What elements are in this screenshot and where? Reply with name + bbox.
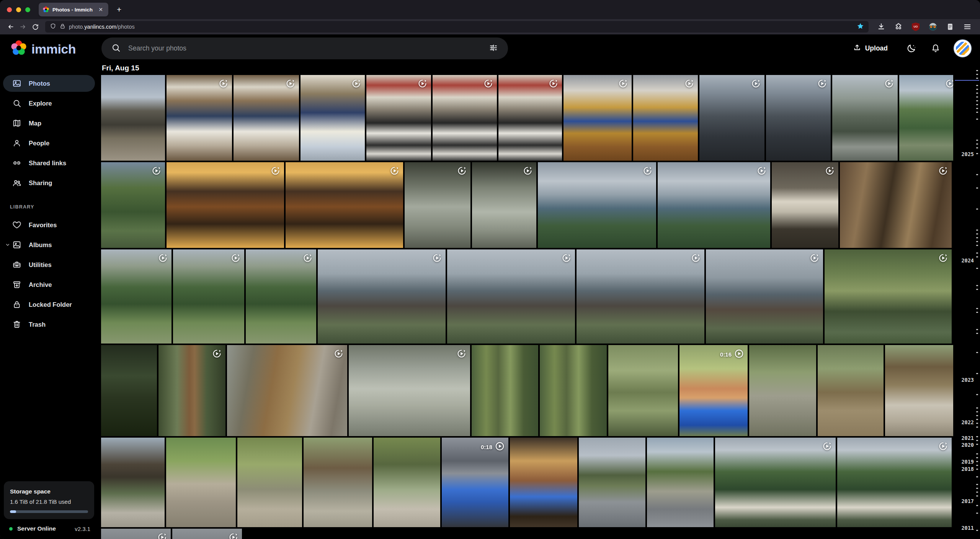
scrubber-year-label[interactable]: 2018 <box>961 466 974 472</box>
scrubber-year-label[interactable]: 2020 <box>961 442 974 448</box>
photo-wooden-gate[interactable] <box>304 438 372 527</box>
photo-jizo-closeup[interactable] <box>472 162 536 248</box>
scrubber-year-label[interactable]: 2023 <box>961 377 974 383</box>
download-icon[interactable] <box>876 22 886 32</box>
photo-stone-monuments[interactable] <box>349 345 470 436</box>
sidebar-item-utilities[interactable]: Utilities <box>3 256 95 273</box>
photo-valley-clouds[interactable] <box>538 162 656 248</box>
photo-soba-meal[interactable] <box>286 162 403 248</box>
privacy-mask-icon[interactable] <box>928 22 938 32</box>
photo-green-riverbank[interactable] <box>101 162 165 248</box>
scrubber-year-label[interactable]: 2024 <box>961 257 974 264</box>
photo-shopping-street[interactable] <box>498 75 562 161</box>
chevron-down-icon[interactable] <box>5 242 10 248</box>
scrubber-year-label[interactable]: 2019 <box>961 459 974 465</box>
scrubber-year-label[interactable]: 2017 <box>961 498 974 504</box>
photo-porcelain-shop[interactable] <box>234 75 299 161</box>
photo-mossy-rock[interactable] <box>608 345 678 436</box>
url-bar[interactable]: photo.yanlincs.com/photos <box>45 21 869 33</box>
photo-porcelain-display[interactable] <box>301 75 365 161</box>
photo-tree-path[interactable] <box>237 438 302 527</box>
photo-forest-torii[interactable] <box>158 345 225 436</box>
photo-stone-path[interactable] <box>749 345 816 436</box>
sidebar-item-people[interactable]: People <box>3 135 95 151</box>
photo-soba-meal[interactable] <box>167 162 284 248</box>
photo-river-valley[interactable] <box>899 75 953 161</box>
photo-cliff-temple[interactable] <box>577 249 704 344</box>
menu-hamburger-icon[interactable] <box>962 22 972 32</box>
photo-jizo-statues[interactable] <box>405 162 470 248</box>
timeline-scrubber[interactable]: 2025202420232022202120202019201820172011 <box>953 62 980 539</box>
connection-lock-icon[interactable] <box>60 23 65 31</box>
scrubber-year-label[interactable]: 2025 <box>961 151 974 157</box>
photo-mountain-town[interactable] <box>837 438 952 527</box>
photo-dining-table[interactable] <box>633 75 698 161</box>
photo-porcelain-shop[interactable] <box>167 75 232 161</box>
forward-button[interactable] <box>17 21 29 33</box>
photo-garden-path[interactable] <box>374 438 440 527</box>
photo-cedar-forest[interactable] <box>540 345 607 436</box>
sidebar-item-favorites[interactable]: Favorites <box>3 217 95 233</box>
sidebar-item-albums[interactable]: Albums <box>3 236 95 253</box>
photo-shop-interior[interactable] <box>510 438 577 527</box>
sidebar-item-map[interactable]: Map <box>3 115 95 132</box>
photo-wall-sign[interactable] <box>772 162 838 248</box>
scrubber-year-label[interactable]: 2021 <box>961 435 974 441</box>
close-window-button[interactable] <box>7 7 12 12</box>
photo-wooden-roof[interactable] <box>840 162 952 248</box>
search-input[interactable]: Search your photos <box>101 37 508 59</box>
extensions-puzzle-icon[interactable] <box>893 22 903 32</box>
photo-cliff-temple[interactable] <box>318 249 446 344</box>
reader-page-icon[interactable] <box>945 22 955 32</box>
scrubber-position-line[interactable] <box>955 80 979 81</box>
photo-street-walk[interactable]: 0:18 <box>442 438 508 527</box>
reload-button[interactable] <box>29 21 41 33</box>
notifications-bell[interactable] <box>929 42 942 55</box>
close-tab-icon[interactable]: ✕ <box>97 6 105 13</box>
sidebar-item-trash[interactable]: Trash <box>3 316 95 333</box>
photo-wooden-sticks[interactable] <box>227 345 347 436</box>
photo-train-interior[interactable] <box>101 529 171 539</box>
bookmark-star-icon[interactable] <box>857 23 864 31</box>
photo-street-cars[interactable] <box>579 438 645 527</box>
photo-city-buildings[interactable] <box>766 75 831 161</box>
photo-city-buildings[interactable] <box>699 75 764 161</box>
photo-temple-gate-crowd[interactable] <box>885 345 953 436</box>
back-button[interactable] <box>5 21 17 33</box>
scrubber-year-label[interactable]: 2011 <box>961 525 974 531</box>
sidebar-item-sharing[interactable]: Sharing <box>3 174 95 191</box>
photo-trail-walk[interactable]: 0:16 <box>679 345 748 436</box>
sidebar-item-photos[interactable]: Photos <box>3 75 95 92</box>
new-tab-button[interactable]: + <box>114 5 124 14</box>
photo-shopping-street[interactable] <box>433 75 497 161</box>
sidebar-item-archive[interactable]: Archive <box>3 276 95 293</box>
sidebar-item-locked-folder[interactable]: Locked Folder <box>3 296 95 313</box>
photo-hillside-path[interactable] <box>173 249 244 344</box>
photo-cliff-temple[interactable] <box>447 249 575 344</box>
browser-tab[interactable]: Photos - Immich ✕ <box>39 3 108 16</box>
photo-green-cliff[interactable] <box>825 249 952 344</box>
photo-pagoda[interactable] <box>101 438 165 527</box>
photo-forest-steps[interactable] <box>818 345 884 436</box>
minimize-window-button[interactable] <box>16 7 21 12</box>
photo-valley-clouds[interactable] <box>658 162 770 248</box>
photo-train-interior[interactable] <box>172 529 242 539</box>
tracking-shield-icon[interactable] <box>50 23 56 31</box>
immich-logo[interactable]: immich <box>10 39 76 59</box>
photo-temple-steps[interactable] <box>166 438 236 527</box>
photo-hillside-path[interactable] <box>101 249 172 344</box>
sidebar-item-shared-links[interactable]: Shared links <box>3 155 95 171</box>
photo-street-town[interactable] <box>101 75 165 161</box>
zoom-window-button[interactable] <box>25 7 30 12</box>
dark-mode-toggle[interactable] <box>905 42 918 55</box>
photo-cliff-temple-b[interactable] <box>706 249 823 344</box>
scrubber-year-label[interactable]: 2022 <box>961 419 974 425</box>
user-avatar[interactable] <box>954 39 972 57</box>
search-filter-icon[interactable] <box>489 43 498 54</box>
photo-dark-forest[interactable] <box>101 345 157 436</box>
sidebar-item-explore[interactable]: Explore <box>3 95 95 112</box>
photo-hillside-path[interactable] <box>246 249 316 344</box>
photo-dining-table[interactable] <box>564 75 632 161</box>
upload-button[interactable]: Upload <box>853 43 888 54</box>
photo-train-platform[interactable] <box>832 75 898 161</box>
